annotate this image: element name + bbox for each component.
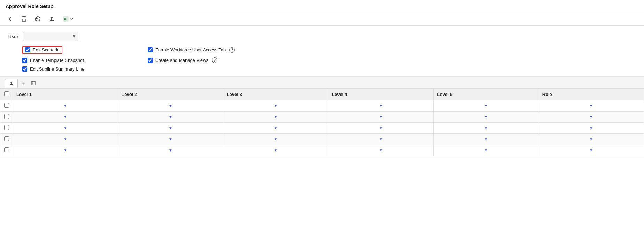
row-role-cell[interactable]: ▼ [539, 134, 644, 145]
page-header: Approval Role Setup [0, 0, 644, 12]
row-level4-cell[interactable]: ▼ [328, 123, 433, 134]
row-level2-cell[interactable]: ▼ [118, 100, 223, 112]
excel-button[interactable]: X [61, 14, 75, 23]
level4-dropdown-arrow-icon: ▼ [331, 104, 430, 108]
upload-button[interactable] [47, 14, 57, 23]
row-checkbox[interactable] [4, 136, 9, 141]
enable-template-label: Enable Template Snapshot [30, 58, 84, 63]
row-checkbox[interactable] [4, 103, 9, 108]
edit-subline-checkbox[interactable] [22, 66, 27, 72]
col-header-level1: Level 1 [13, 89, 118, 100]
refresh-button[interactable] [33, 14, 43, 23]
enable-template-checkbox[interactable] [22, 58, 27, 63]
row-level3-cell[interactable]: ▼ [223, 100, 328, 112]
col-header-level5: Level 5 [434, 89, 539, 100]
row-level2-cell[interactable]: ▼ [118, 112, 223, 123]
level3-dropdown-arrow-icon: ▼ [226, 137, 325, 141]
checkboxes-grid: Edit Scenario Enable Workforce User Acce… [22, 46, 636, 72]
row-level1-cell[interactable]: ▼ [13, 123, 118, 134]
level1-dropdown-arrow-icon: ▼ [16, 137, 115, 141]
row-role-cell[interactable]: ▼ [539, 123, 644, 134]
row-level3-cell[interactable]: ▼ [223, 145, 328, 156]
enable-workforce-checkbox[interactable] [148, 47, 153, 52]
row-level1-cell[interactable]: ▼ [13, 134, 118, 145]
level4-dropdown-arrow-icon: ▼ [331, 148, 430, 152]
row-level3-cell[interactable]: ▼ [223, 112, 328, 123]
delete-tab-button[interactable] [29, 80, 38, 88]
row-level2-cell[interactable]: ▼ [118, 145, 223, 156]
table-row: ▼▼▼▼▼▼ [0, 145, 644, 156]
row-checkbox[interactable] [4, 114, 9, 119]
svg-text:X: X [64, 17, 66, 21]
row-level1-cell[interactable]: ▼ [13, 145, 118, 156]
create-manage-help-icon: ? [212, 57, 217, 63]
user-dropdown-wrapper: ▼ [23, 32, 78, 41]
level2-dropdown-arrow-icon: ▼ [121, 115, 220, 119]
table-row: ▼▼▼▼▼▼ [0, 100, 644, 112]
row-level5-cell[interactable]: ▼ [434, 145, 539, 156]
row-checkbox[interactable] [4, 147, 9, 152]
back-button[interactable] [5, 14, 15, 23]
tab-1[interactable]: 1 [5, 79, 18, 88]
row-level5-cell[interactable]: ▼ [434, 112, 539, 123]
row-level4-cell[interactable]: ▼ [328, 100, 433, 112]
table-header-row: Level 1 Level 2 Level 3 Level 4 Level 5 … [0, 89, 644, 100]
row-check-cell [0, 145, 13, 156]
level3-dropdown-arrow-icon: ▼ [226, 104, 325, 108]
level5-dropdown-arrow-icon: ▼ [436, 148, 535, 152]
row-level4-cell[interactable]: ▼ [328, 112, 433, 123]
role-dropdown-arrow-icon: ▼ [542, 115, 641, 119]
level2-dropdown-arrow-icon: ▼ [121, 137, 220, 141]
row-check-cell [0, 100, 13, 112]
workforce-help-icon: ? [229, 47, 235, 53]
row-level4-cell[interactable]: ▼ [328, 134, 433, 145]
role-dropdown-arrow-icon: ▼ [542, 137, 641, 141]
level3-dropdown-arrow-icon: ▼ [226, 126, 325, 130]
create-manage-checkbox-item: Create and Manage Views ? [148, 57, 280, 63]
approval-table: Level 1 Level 2 Level 3 Level 4 Level 5 … [0, 88, 644, 156]
row-level3-cell[interactable]: ▼ [223, 123, 328, 134]
user-dropdown[interactable] [23, 32, 78, 41]
row-level2-cell[interactable]: ▼ [118, 134, 223, 145]
toolbar: X [0, 12, 644, 26]
row-level5-cell[interactable]: ▼ [434, 100, 539, 112]
svg-rect-2 [23, 19, 25, 21]
level2-dropdown-arrow-icon: ▼ [121, 148, 220, 152]
add-tab-button[interactable]: + [19, 80, 27, 87]
create-manage-label: Create and Manage Views [155, 58, 208, 63]
level1-dropdown-arrow-icon: ▼ [16, 115, 115, 119]
row-level5-cell[interactable]: ▼ [434, 123, 539, 134]
row-level3-cell[interactable]: ▼ [223, 134, 328, 145]
edit-subline-checkbox-item: Edit Subline Summary Line [22, 66, 141, 72]
level1-dropdown-arrow-icon: ▼ [16, 148, 115, 152]
row-level1-cell[interactable]: ▼ [13, 100, 118, 112]
edit-scenario-checkbox[interactable] [25, 47, 30, 52]
create-manage-checkbox[interactable] [148, 58, 153, 63]
table-row: ▼▼▼▼▼▼ [0, 123, 644, 134]
level4-dropdown-arrow-icon: ▼ [331, 137, 430, 141]
row-role-cell[interactable]: ▼ [539, 100, 644, 112]
enable-workforce-checkbox-item: Enable Workforce User Access Tab ? [148, 46, 280, 54]
save-button[interactable] [19, 14, 29, 23]
col-header-level3: Level 3 [223, 89, 328, 100]
table-wrapper: Level 1 Level 2 Level 3 Level 4 Level 5 … [0, 88, 644, 156]
edit-scenario-label: Edit Scenario [33, 47, 59, 52]
role-dropdown-arrow-icon: ▼ [542, 148, 641, 152]
level2-dropdown-arrow-icon: ▼ [121, 104, 220, 108]
row-role-cell[interactable]: ▼ [539, 145, 644, 156]
col-header-level4: Level 4 [328, 89, 433, 100]
row-level1-cell[interactable]: ▼ [13, 112, 118, 123]
row-level2-cell[interactable]: ▼ [118, 123, 223, 134]
row-level5-cell[interactable]: ▼ [434, 134, 539, 145]
edit-subline-label: Edit Subline Summary Line [30, 66, 85, 72]
row-check-cell [0, 112, 13, 123]
row-role-cell[interactable]: ▼ [539, 112, 644, 123]
row-level4-cell[interactable]: ▼ [328, 145, 433, 156]
level3-dropdown-arrow-icon: ▼ [226, 115, 325, 119]
options-section: User: ▼ Edit Scenario Enable Workforce U… [0, 26, 644, 77]
table-row: ▼▼▼▼▼▼ [0, 134, 644, 145]
row-checkbox[interactable] [4, 125, 9, 130]
select-all-checkbox[interactable] [4, 91, 9, 96]
user-label: User: [8, 34, 20, 39]
level5-dropdown-arrow-icon: ▼ [436, 104, 535, 108]
